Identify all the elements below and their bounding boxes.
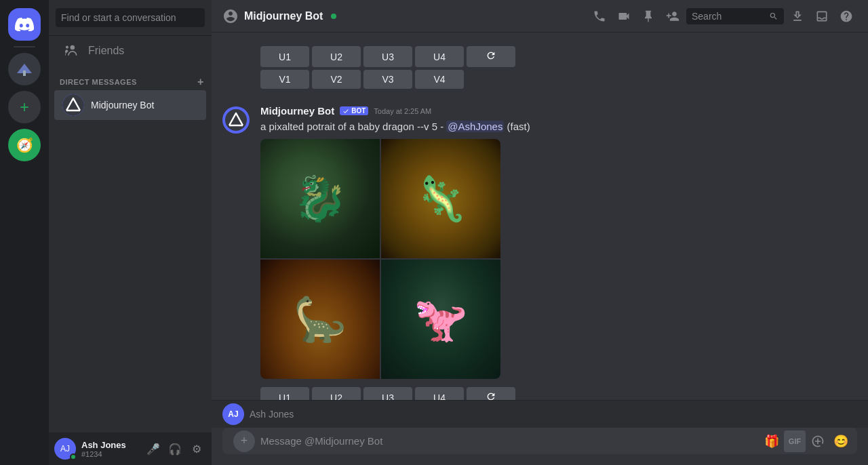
- search-input-top[interactable]: [692, 11, 765, 22]
- online-status-indicator: [331, 14, 336, 19]
- message-text: a pixalted potrait of a baby dragon --v …: [260, 119, 857, 134]
- channel-name: Midjourney Bot: [244, 10, 323, 22]
- gif-icon[interactable]: GIF: [784, 430, 806, 452]
- v4-button-top[interactable]: V4: [415, 70, 464, 89]
- dragon-image-2[interactable]: [381, 139, 500, 258]
- message-author: Midjourney Bot: [260, 105, 334, 117]
- pin-button[interactable]: [637, 5, 659, 27]
- ash-jones-name: Ash Jones: [250, 409, 294, 420]
- dm-section-header: Direct Messages +: [49, 66, 212, 90]
- dragon-image-4[interactable]: [381, 260, 500, 379]
- midjourney-bot-avatar: [62, 94, 84, 116]
- friends-nav-item[interactable]: Friends: [54, 36, 206, 66]
- svg-rect-1: [23, 70, 26, 76]
- message-body: Midjourney Bot BOT Today at 2:25 AM a pi…: [260, 105, 857, 400]
- help-button[interactable]: [835, 5, 857, 27]
- message-time: Today at 2:25 AM: [374, 107, 431, 115]
- boat-server-icon[interactable]: [8, 53, 41, 85]
- headphones-button[interactable]: 🎧: [165, 439, 184, 458]
- friends-icon: [62, 41, 81, 60]
- generated-image-grid: [260, 139, 500, 379]
- sticker-icon[interactable]: [807, 430, 829, 452]
- channel-at-icon: [222, 8, 239, 24]
- server-divider: [14, 46, 35, 47]
- download-button[interactable]: [787, 5, 808, 27]
- top-bar-icons: [589, 5, 857, 27]
- chat-messages: U1 U2 U3 U4 V1 V2 V3 V4: [212, 33, 868, 400]
- message-input[interactable]: [260, 428, 755, 454]
- message-input-area: + 🎁 GIF 😊: [212, 428, 868, 465]
- refresh-button-bottom[interactable]: [467, 387, 515, 400]
- u4-button-bottom[interactable]: U4: [415, 387, 464, 400]
- user-info: Ash Jones #1234: [81, 440, 126, 458]
- search-bar: [686, 8, 784, 24]
- v1-button-top[interactable]: V1: [260, 70, 309, 89]
- call-button[interactable]: [589, 5, 610, 27]
- message-input-icons: 🎁 GIF 😊: [761, 430, 852, 452]
- user-tag: #1234: [81, 450, 126, 458]
- user-panel: AJ Ash Jones #1234 🎤 🎧 ⚙: [49, 432, 212, 465]
- add-dm-button[interactable]: +: [195, 77, 206, 87]
- message-input-box: + 🎁 GIF 😊: [222, 428, 857, 454]
- main-chat-area: Midjourney Bot: [212, 0, 868, 465]
- upscale-button-row: U1 U2 U3 U4: [260, 46, 857, 67]
- bottom-action-buttons: U1 U2 U3 U4: [260, 382, 857, 400]
- refresh-button-top[interactable]: [467, 46, 515, 67]
- dragon-image-1[interactable]: [260, 139, 380, 258]
- video-button[interactable]: [613, 5, 635, 27]
- user-avatar: AJ: [54, 438, 76, 460]
- settings-button[interactable]: ⚙: [187, 439, 206, 458]
- server-sidebar: + 🧭: [0, 0, 49, 465]
- bottom-user-strip: AJ Ash Jones: [212, 400, 868, 428]
- u1-button-top[interactable]: U1: [260, 46, 309, 67]
- mic-button[interactable]: 🎤: [144, 439, 163, 458]
- v3-button-top[interactable]: V3: [363, 70, 412, 89]
- u2-button-bottom[interactable]: U2: [312, 387, 361, 400]
- online-status-dot: [70, 453, 77, 460]
- search-icon: [769, 11, 778, 22]
- top-bar: Midjourney Bot: [212, 0, 868, 33]
- message-header: Midjourney Bot BOT Today at 2:25 AM: [260, 105, 857, 117]
- midjourney-bot-dm[interactable]: Midjourney Bot: [54, 90, 206, 120]
- ash-jones-avatar: AJ: [222, 403, 244, 425]
- u2-button-top[interactable]: U2: [312, 46, 361, 67]
- user-panel-icons: 🎤 🎧 ⚙: [144, 439, 206, 458]
- dm-sidebar: Friends Direct Messages + Midjourney Bot…: [49, 0, 212, 465]
- add-member-button[interactable]: [662, 5, 684, 27]
- search-input[interactable]: [56, 8, 205, 27]
- top-button-grid: U1 U2 U3 U4 V1 V2 V3 V4: [212, 43, 868, 92]
- bot-badge: BOT: [340, 106, 368, 115]
- u3-button-top[interactable]: U3: [363, 46, 412, 67]
- add-server-icon[interactable]: +: [8, 91, 41, 123]
- variation-button-row: V1 V2 V3 V4: [260, 70, 857, 89]
- emoji-icon[interactable]: 😊: [830, 430, 852, 452]
- midjourney-message: Midjourney Bot BOT Today at 2:25 AM a pi…: [212, 102, 868, 400]
- username: Ash Jones: [81, 440, 126, 450]
- u1-button-bottom[interactable]: U1: [260, 387, 309, 400]
- dragon-image-3[interactable]: [260, 260, 380, 379]
- user-mention[interactable]: @AshJones: [446, 121, 504, 132]
- u4-button-top[interactable]: U4: [415, 46, 464, 67]
- gift-icon[interactable]: 🎁: [761, 430, 783, 452]
- friends-label: Friends: [88, 45, 124, 57]
- discord-home-icon[interactable]: [8, 8, 41, 41]
- u3-button-bottom[interactable]: U3: [363, 387, 412, 400]
- v2-button-top[interactable]: V2: [312, 70, 361, 89]
- inbox-button[interactable]: [811, 5, 833, 27]
- bot-avatar: [222, 106, 250, 134]
- attach-button[interactable]: +: [233, 430, 255, 452]
- midjourney-bot-name: Midjourney Bot: [91, 100, 154, 110]
- explore-servers-icon[interactable]: 🧭: [8, 129, 41, 161]
- dm-search-area: [49, 0, 212, 36]
